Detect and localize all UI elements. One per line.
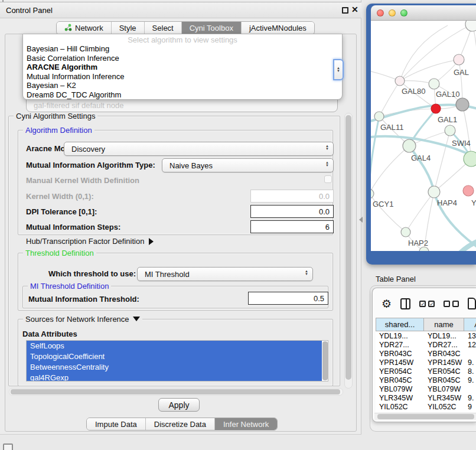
network-node[interactable] [395,76,405,86]
attribute-list-item[interactable]: BetweennessCentrality [27,362,322,373]
select-all-checkboxes-icon[interactable]: ✓✓ [419,301,435,307]
table-cell[interactable]: YBR043C [376,349,424,358]
tab-impute-data[interactable]: Impute Data [87,418,146,430]
minimize-traffic-light[interactable] [389,9,396,17]
table-cell[interactable] [464,349,476,358]
table-cell[interactable]: YPR145W [376,358,424,367]
table-cell[interactable]: YDR27... [424,340,464,349]
attribute-list-item[interactable]: TopologicalCoefficient [27,351,322,362]
column-header[interactable]: shared... [376,318,424,331]
table-cell[interactable]: YDL19... [424,331,464,340]
algorithm-option[interactable]: Bayesian – K2 [23,81,342,90]
network-edge[interactable] [371,146,409,194]
algorithm-option[interactable]: Dream8 DC_TDC Algorithm [23,90,342,100]
table-cell[interactable]: YBR045C [424,376,464,384]
network-node[interactable] [465,21,476,31]
minimized-panel-icon[interactable] [3,444,13,450]
network-node[interactable] [401,227,410,237]
algorithm-option[interactable]: Mutual Information Inference [23,72,342,81]
table-cell[interactable]: 9. [464,393,476,402]
tab-discretize-data[interactable]: Discretize Data [146,418,215,430]
table-cell[interactable]: YBL079W [424,384,464,393]
network-edge[interactable] [400,25,448,81]
table-cell[interactable]: 9. [464,376,476,384]
network-node[interactable] [431,104,441,113]
algorithm-option[interactable]: Bayesian – Hill Climbing [23,44,342,54]
new-table-page-icon[interactable] [468,298,476,309]
zoom-traffic-light[interactable] [400,9,407,17]
network-edge[interactable] [434,131,450,192]
network-edge-thick[interactable] [409,146,434,192]
table-cell[interactable]: 9 [464,402,476,411]
table-cell[interactable]: YBR045C [376,376,424,384]
network-node[interactable] [403,139,416,152]
table-cell[interactable]: YBL079W [376,384,424,393]
table-horizontal-scrollbar-thumb[interactable] [377,414,474,419]
table-cell[interactable]: YIL052C [424,402,464,411]
table-cell[interactable]: YLR345W [424,393,464,402]
network-node[interactable] [464,151,476,167]
network-node[interactable] [454,54,464,65]
attribute-list-item[interactable]: gal4RGexp [27,373,322,381]
which-threshold-combobox[interactable]: MI Threshold ▲▼ [137,267,313,281]
column-header[interactable]: name [424,318,464,331]
table-cell[interactable]: 9. [464,358,476,367]
network-edge-thick[interactable] [458,240,476,251]
settings-vertical-scrollbar-thumb[interactable] [345,115,351,380]
network-node[interactable] [428,186,440,198]
kernel-width-field[interactable]: 0.0 [250,190,334,203]
network-node[interactable] [374,112,384,121]
network-node[interactable] [445,125,455,136]
hub-definition-toggle[interactable]: Hub/Transcription Factor Definition [26,237,154,246]
network-node[interactable] [463,185,474,196]
mi-threshold-field[interactable]: 0.5 [248,292,328,305]
close-traffic-light[interactable] [377,9,384,17]
algorithm-combobox-fragment[interactable]: ▲▼ [333,59,344,80]
gear-icon[interactable]: ⚙ [382,298,392,309]
tab-network[interactable]: Network [57,22,112,34]
network-window-titlebar[interactable] [371,5,476,21]
table-cell[interactable]: YER054C [376,367,424,376]
tab-jactivemnodules[interactable]: jActiveMNodules [242,22,314,34]
network-edge[interactable] [379,81,400,116]
network-canvas[interactable]: GALGAL80GAL10GAL1GAL11SWI4GAL4GCY1HAP4YH… [371,21,476,251]
table-cell[interactable] [464,384,476,393]
attributes-scrollbar-thumb[interactable] [322,341,328,380]
table-cell[interactable]: YDL19... [376,331,424,340]
tab-cyni-toolbox[interactable]: Cyni Toolbox [182,22,242,34]
deselect-all-checkboxes-icon[interactable] [444,301,459,307]
settings-horizontal-scrollbar-thumb[interactable] [11,389,340,394]
algorithm-option[interactable]: ARACNE Algorithm [23,63,342,72]
split-pane-icon[interactable] [400,298,410,309]
table-cell[interactable]: YER054C [424,367,464,376]
table-cell[interactable]: YPR145W [424,358,464,367]
close-icon[interactable]: ✕ [351,5,358,14]
table-cell[interactable]: YDR27... [376,340,424,349]
column-header[interactable]: A [464,318,476,331]
table-cell[interactable]: YIL052C [376,402,424,411]
apply-button[interactable]: Apply [158,398,200,412]
aracne-mode-combobox[interactable]: Discovery ▲▼ [64,142,334,156]
sources-title[interactable]: Sources for Network Inference [23,315,142,324]
network-node[interactable] [429,79,439,89]
checked-checkbox-icon: ✓ [419,301,426,307]
manual-kernel-checkbox[interactable] [324,175,332,183]
panel-divider-grip[interactable] [359,217,363,223]
network-node[interactable] [371,189,374,198]
network-node[interactable] [456,98,469,111]
tab-select[interactable]: Select [145,22,182,34]
float-window-icon[interactable] [342,7,348,14]
table-cell[interactable]: 13 [464,331,476,340]
algorithm-option[interactable]: Basic Correlation Inference [23,54,342,63]
attribute-list-item[interactable]: SelfLoops [27,341,322,351]
tab-infer-network[interactable]: Infer Network [215,418,277,430]
mi-type-combobox[interactable]: Naive Bayes ▲▼ [162,158,334,172]
dpi-tolerance-field[interactable]: 0.0 [250,205,334,218]
table-cell[interactable]: YBR043C [424,349,464,358]
table-cell[interactable]: 8. [464,367,476,376]
table-cell[interactable]: YLR345W [376,393,424,402]
table-cell[interactable]: 12 [464,340,476,349]
tab-style[interactable]: Style [112,22,145,34]
network-node[interactable] [419,247,429,251]
mi-steps-field[interactable]: 6 [250,220,334,233]
